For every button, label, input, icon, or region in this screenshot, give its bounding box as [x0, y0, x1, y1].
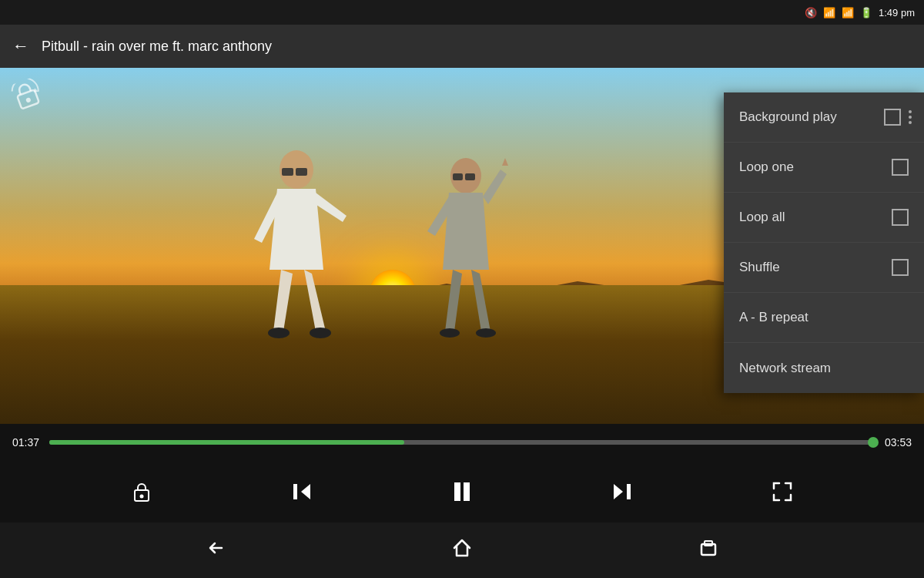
svg-rect-7 [465, 173, 475, 180]
menu-item-ab-repeat[interactable]: A - B repeat [724, 293, 924, 343]
svg-rect-19 [627, 484, 631, 499]
checkbox-background-play[interactable] [884, 109, 901, 126]
battery-icon: 🔋 [860, 7, 872, 18]
nav-bar [0, 523, 924, 578]
figure-1 [239, 146, 362, 347]
system-back-button[interactable] [205, 537, 226, 563]
svg-rect-6 [453, 173, 463, 180]
top-bar: ← Pitbull - rain over me ft. marc anthon… [0, 25, 924, 68]
menu-item-loop-one[interactable]: Loop one [724, 143, 924, 193]
pause-button[interactable] [443, 472, 481, 511]
time-current: 01:37 [12, 436, 40, 449]
sim-icon: 📶 [842, 7, 854, 18]
menu-label-background-play: Background play [739, 109, 837, 125]
svg-rect-2 [296, 168, 307, 176]
svg-point-13 [140, 495, 144, 499]
svg-point-3 [268, 328, 290, 338]
home-button[interactable] [451, 537, 473, 563]
lock-button[interactable] [122, 472, 161, 511]
svg-rect-17 [464, 482, 470, 501]
figure-2 [416, 154, 516, 347]
dropdown-menu: Background play Loop one Loop all Shuffl… [724, 92, 924, 393]
controls-bar [0, 461, 924, 523]
menu-label-network-stream: Network stream [739, 361, 831, 376]
menu-item-loop-all[interactable]: Loop all [724, 193, 924, 243]
svg-point-11 [25, 97, 32, 103]
menu-label-loop-all: Loop all [739, 210, 785, 225]
progress-track[interactable] [49, 440, 875, 445]
fullscreen-button[interactable] [763, 472, 802, 511]
song-title: Pitbull - rain over me ft. marc anthony [42, 39, 912, 55]
menu-item-network-stream[interactable]: Network stream [724, 343, 924, 393]
wifi-icon: 📶 [823, 7, 835, 18]
back-button[interactable]: ← [12, 38, 29, 55]
svg-rect-1 [282, 168, 293, 176]
status-time: 1:49 pm [879, 7, 915, 18]
menu-item-background-play[interactable]: Background play [724, 92, 924, 143]
mute-icon: 🔇 [805, 7, 817, 18]
svg-point-9 [476, 328, 496, 338]
svg-rect-15 [293, 484, 297, 499]
progress-area: 01:37 03:53 [0, 424, 924, 461]
time-total: 03:53 [884, 436, 912, 449]
svg-point-4 [310, 328, 331, 338]
progress-fill [49, 440, 404, 445]
more-options-icon[interactable] [906, 107, 915, 127]
progress-dot [868, 437, 879, 448]
next-button[interactable] [603, 472, 641, 511]
checkbox-shuffle[interactable] [892, 259, 909, 276]
menu-label-ab-repeat: A - B repeat [739, 310, 808, 325]
svg-marker-14 [301, 484, 310, 499]
recents-button[interactable] [698, 537, 719, 563]
checkbox-loop-one[interactable] [892, 159, 909, 176]
menu-item-bg-right [884, 107, 915, 127]
svg-marker-18 [614, 484, 623, 499]
prev-button[interactable] [283, 472, 321, 511]
checkbox-loop-all[interactable] [892, 209, 909, 226]
menu-label-loop-one: Loop one [739, 160, 794, 175]
menu-label-shuffle: Shuffle [739, 260, 780, 275]
status-bar: 🔇 📶 📶 🔋 1:49 pm [0, 0, 924, 25]
svg-rect-16 [454, 482, 460, 501]
menu-item-shuffle[interactable]: Shuffle [724, 243, 924, 293]
svg-point-8 [440, 328, 460, 338]
